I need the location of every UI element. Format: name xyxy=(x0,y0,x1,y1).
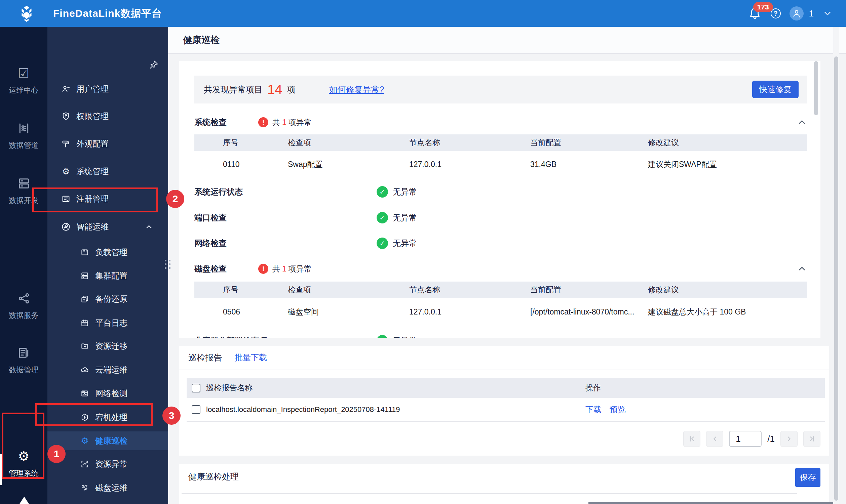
menu-item-disk-ops[interactable]: 磁盘运维 xyxy=(48,479,168,497)
disk-check-title: 磁盘检查 xyxy=(194,264,258,274)
menu-item-resource-migrate[interactable]: 资源迁移 xyxy=(48,337,168,356)
status-row-port-check: 端口检查 ✓ 无异常 xyxy=(194,205,417,231)
collapse-section-icon[interactable] xyxy=(797,264,807,274)
summary-prefix: 共发现异常项目 xyxy=(204,84,263,95)
next-page-button[interactable] xyxy=(780,431,797,447)
menu-item-user-manage[interactable]: 用户管理 xyxy=(48,79,168,98)
ok-check-icon: ✓ xyxy=(376,212,388,223)
network-pulse-icon xyxy=(80,389,90,398)
user-menu-chevron-down-icon[interactable] xyxy=(823,8,832,18)
gear-icon: ⚙ xyxy=(80,436,90,446)
share-nodes-icon xyxy=(17,292,31,305)
rail-item-data-pipeline[interactable]: 数据管道 xyxy=(0,122,48,163)
notification-bell-icon[interactable]: 173 xyxy=(748,6,762,21)
avatar[interactable] xyxy=(790,6,804,20)
menu-item-network-monitor[interactable]: 网络检测 xyxy=(48,384,168,403)
menu-item-register-manage[interactable]: 注册管理 xyxy=(48,190,168,208)
pipeline-icon xyxy=(17,122,31,135)
clipboard-check-icon: ☑ xyxy=(18,67,29,80)
last-page-button[interactable] xyxy=(803,431,821,447)
system-check-title: 系统检查 xyxy=(194,117,258,128)
report-table-header: 巡检报告名称 操作 xyxy=(187,378,825,398)
report-title: 巡检报告 xyxy=(188,352,222,363)
user-icon xyxy=(61,84,71,94)
wrench-circle-icon xyxy=(61,222,71,232)
outer-scrollbar-thumb[interactable] xyxy=(834,56,838,501)
summary-bar: 共发现异常项目 14 项 如何修复异常? xyxy=(194,76,807,104)
system-check-table-header: 序号 检查项 节点名称 当前配置 修改建议 xyxy=(194,134,807,151)
hexagon-bolt-icon xyxy=(80,412,90,422)
pagination: /1 xyxy=(683,431,821,447)
first-page-button[interactable] xyxy=(683,431,700,447)
ok-check-icon: ✓ xyxy=(376,335,388,338)
paint-roller-icon xyxy=(61,139,71,149)
ok-check-icon: ✓ xyxy=(376,186,388,198)
how-to-fix-link[interactable]: 如何修复异常? xyxy=(329,84,384,95)
inspection-result-card: 共发现异常项目 14 项 如何修复异常? 快速修复 系统检查 ! 共1项异常 序… xyxy=(179,61,821,338)
menu-item-health-inspection[interactable]: ⚙ 健康巡检 xyxy=(48,431,168,450)
inspection-report-card: 巡检报告 批量下载 巡检报告名称 操作 localhost.localdomai… xyxy=(179,346,829,456)
page-total: /1 xyxy=(767,434,775,444)
batch-download-link[interactable]: 批量下载 xyxy=(235,352,267,363)
system-check-section-header: 系统检查 ! 共1项异常 xyxy=(194,114,807,130)
rail-item-ops-center[interactable]: ☑ 运维中心 xyxy=(0,67,48,108)
quick-fix-button[interactable]: 快速修复 xyxy=(752,80,798,98)
disk-check-section-header: 磁盘检查 ! 共1项异常 xyxy=(194,261,807,276)
cluster-icon xyxy=(80,271,90,281)
menu-item-appearance-config[interactable]: 外观配置 xyxy=(48,134,168,153)
rail-item-data-service[interactable]: 数据服务 xyxy=(0,292,48,332)
collapse-section-icon[interactable] xyxy=(797,117,807,127)
calendar-log-icon xyxy=(80,318,90,328)
rail-item-data-manage[interactable]: 数据管理 xyxy=(0,346,48,387)
inner-scrollbar-thumb[interactable] xyxy=(814,61,818,115)
ok-check-icon: ✓ xyxy=(376,237,388,249)
chart-zigzag-icon xyxy=(80,459,90,469)
disk-check-table-header: 序号 检查项 节点名称 当前配置 修改建议 xyxy=(194,282,807,298)
folder-arrow-icon xyxy=(80,341,90,351)
row-checkbox[interactable] xyxy=(192,405,200,414)
secondary-sidebar: 用户管理 权限管理 外观配置 ⚙ 系统管理 注册管理 智能运维 负载管理 xyxy=(48,27,168,504)
prev-page-button[interactable] xyxy=(706,431,723,447)
rail-item-admin-system[interactable]: ⚙ 管理系统 xyxy=(0,450,48,490)
save-button[interactable]: 保存 xyxy=(795,468,821,487)
page-number-input[interactable] xyxy=(729,431,762,447)
unpin-sidebar-icon[interactable] xyxy=(148,60,159,71)
user-label: 1 xyxy=(809,8,814,19)
menu-item-cluster-config[interactable]: 集群配置 xyxy=(48,267,168,285)
download-link[interactable]: 下载 xyxy=(585,404,602,415)
topbar: FineDataLink数据平台 173 ? 1 xyxy=(0,0,846,27)
report-row: localhost.localdomain_InspectionReport_2… xyxy=(187,398,825,422)
sidebar-resize-handle[interactable] xyxy=(165,260,171,269)
chevron-up-icon[interactable] xyxy=(145,222,153,231)
menu-item-intelligent-ops[interactable]: 智能运维 xyxy=(48,217,168,236)
document-bars-icon xyxy=(17,346,31,360)
inspection-process-card: 健康巡检处理 保存 xyxy=(179,464,829,504)
menu-item-system-manage[interactable]: ⚙ 系统管理 xyxy=(48,162,168,181)
menu-item-crash-handle[interactable]: 宕机处理 xyxy=(48,408,168,427)
table-row: 0506 磁盘空间 127.0.0.1 [/opt/tomcat-linux-8… xyxy=(194,299,807,325)
menu-item-load-manage[interactable]: 负载管理 xyxy=(48,243,168,262)
backup-restore-icon xyxy=(80,294,90,304)
menu-item-platform-log[interactable]: 平台日志 xyxy=(48,313,168,332)
table-row: 0110 Swap配置 127.0.0.1 31.4GB 建议关闭SWAP配置 xyxy=(194,151,807,178)
menu-item-resource-abnormal[interactable]: 资源异常 xyxy=(48,455,168,473)
alert-icon: ! xyxy=(258,264,268,274)
alert-icon: ! xyxy=(258,117,268,127)
status-row-clipped: 非容器化部署检查项 ✓ 无异常 xyxy=(194,328,417,338)
register-form-icon xyxy=(61,194,71,204)
menu-item-permission-manage[interactable]: 权限管理 xyxy=(48,107,168,126)
menu-item-backup-restore[interactable]: 备份还原 xyxy=(48,290,168,308)
menu-item-cloud-ops[interactable]: 云端运维 xyxy=(48,361,168,379)
gear-icon: ⚙ xyxy=(61,166,71,176)
select-all-checkbox[interactable] xyxy=(192,384,200,393)
status-row-network-check: 网络检查 ✓ 无异常 xyxy=(194,230,417,256)
main-content: 健康巡检 共发现异常项目 14 项 如何修复异常? 快速修复 系统检查 ! 共1… xyxy=(168,27,846,504)
divider xyxy=(179,370,829,370)
horizontal-scrollbar-thumb[interactable] xyxy=(588,502,833,504)
report-name: localhost.localdomain_InspectionReport_2… xyxy=(206,405,400,414)
preview-link[interactable]: 预览 xyxy=(610,404,626,415)
page-header: 健康巡检 xyxy=(168,27,846,54)
cloud-icon xyxy=(80,365,90,375)
rail-item-data-dev[interactable]: 数据开发 xyxy=(0,177,48,218)
app-window: FineDataLink数据平台 173 ? 1 ☑ 运维中心 数据管道 数据开… xyxy=(0,0,846,504)
